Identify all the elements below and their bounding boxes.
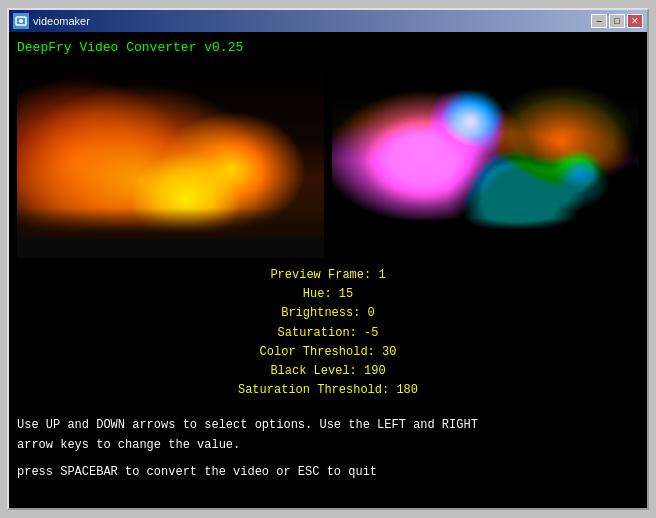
setting-value: 15 [339,287,353,301]
setting-value: 0 [368,306,375,320]
video-panel-processed [332,63,639,258]
window-title: videomaker [33,15,591,27]
setting-row: Saturation Threshold: 180 [17,381,639,400]
setting-row: Brightness: 0 [17,304,639,323]
setting-row: Black Level: 190 [17,362,639,381]
preview-frame-label: Preview Frame: [270,268,371,282]
settings-list: Hue: 15Brightness: 0Saturation: -5Color … [17,285,639,400]
minimize-button[interactable]: – [591,14,607,28]
info-section: Preview Frame: 1 Hue: 15Brightness: 0Sat… [17,266,639,400]
video-panel-original [17,63,324,258]
maximize-button[interactable]: □ [609,14,625,28]
setting-row: Saturation: -5 [17,324,639,343]
setting-label: Saturation Threshold: [238,383,389,397]
title-bar-buttons: – □ ✕ [591,14,643,28]
app-title: DeepFry Video Converter v0.25 [17,40,639,55]
video-frame-processed [332,63,639,258]
setting-label: Color Threshold: [260,345,375,359]
svg-point-1 [19,19,23,23]
video-frame-original [17,63,324,258]
setting-label: Black Level: [270,364,356,378]
setting-row: Color Threshold: 30 [17,343,639,362]
video-panels [17,63,639,258]
setting-row: Hue: 15 [17,285,639,304]
setting-label: Saturation: [278,326,357,340]
preview-frame-value: 1 [378,268,385,282]
instruction-line1: Use UP and DOWN arrows to select options… [17,416,639,454]
setting-value: 180 [396,383,418,397]
title-bar: videomaker – □ ✕ [9,10,647,32]
setting-value: 30 [382,345,396,359]
setting-label: Brightness: [281,306,360,320]
instructions: Use UP and DOWN arrows to select options… [17,416,639,490]
preview-frame-line: Preview Frame: 1 [17,266,639,285]
window-icon [13,13,29,29]
main-window: videomaker – □ ✕ DeepFry Video Converter… [7,8,649,510]
setting-value: -5 [364,326,378,340]
setting-label: Hue: [303,287,332,301]
app-content: DeepFry Video Converter v0.25 Preview Fr… [9,32,647,508]
instruction-line3: press SPACEBAR to convert the video or E… [17,463,639,482]
setting-value: 190 [364,364,386,378]
close-button[interactable]: ✕ [627,14,643,28]
